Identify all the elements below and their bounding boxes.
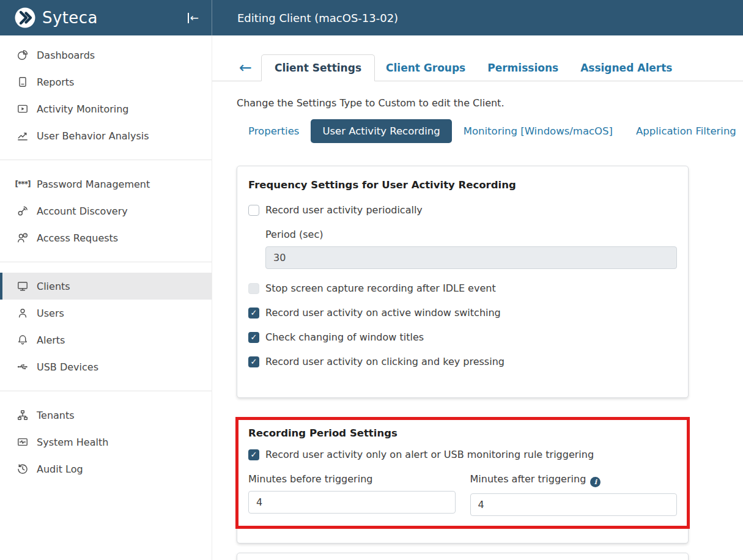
checkbox-label: Stop screen capture recording after IDLE… [265,282,496,294]
subtab-user-activity-recording[interactable]: User Activity Recording [311,119,451,143]
person-icon [17,307,29,319]
card-title: Frequency Settings for User Activity Rec… [248,179,677,191]
checkbox-label: Record user activity on active window sw… [265,307,501,319]
tab-bar: ← Client Settings Client Groups Permissi… [212,54,743,81]
syteca-logo-icon [15,7,35,28]
sidebar-item-label: Password Management [37,179,150,190]
sidebar-item-label: Reports [37,76,74,88]
sidebar-item-label: Audit Log [37,463,83,475]
checkbox-row-window-switching: Record user activity on active window sw… [248,307,677,319]
checkbox-row-alert-only-recording: Record user activity only on alert or US… [248,449,677,460]
monitor-pulse-icon [17,436,29,448]
brand[interactable]: Syteca [15,7,98,28]
info-icon[interactable]: i [590,477,601,487]
sidebar-item-label: Access Requests [37,232,118,244]
sidebar: Dashboards Reports Activity Monitoring U… [0,35,212,560]
checkbox-row-window-titles: Check changing of window titles [248,331,677,343]
sidebar-item-label: Users [37,308,64,319]
minutes-before-block: Minutes before triggering [248,473,456,516]
sidebar-item-label: Tenants [37,410,75,421]
tab-permissions[interactable]: Permissions [476,54,569,81]
checkbox-label: Record user activity only on alert or US… [265,449,594,460]
back-arrow-icon[interactable]: ← [239,60,252,75]
checkbox-label: Check changing of window titles [265,331,424,343]
sidebar-item-label: System Health [37,437,108,448]
brand-name: Syteca [42,9,98,27]
page-title: Editing Client (macOS-13-02) [212,0,398,35]
sidebar-item-system-health[interactable]: System Health [0,429,212,455]
period-field-block: Period (sec) [265,229,677,269]
sidebar-item-label: Clients [37,281,70,292]
main-content: ← Client Settings Client Groups Permissi… [212,35,743,560]
minutes-after-input[interactable] [470,493,678,516]
password-brackets-icon: [***] [17,178,29,190]
sidebar-item-label: USB Devices [37,361,98,373]
sidebar-item-reports[interactable]: Reports [0,68,212,95]
sub-tab-bar: Properties User Activity Recording Monit… [237,119,743,143]
frequency-settings-card: Frequency Settings for User Activity Rec… [237,166,689,398]
subtab-application-filtering[interactable]: Application Filtering [624,119,743,143]
collapse-sidebar-left-icon[interactable]: ← [188,13,199,23]
sidebar-item-activity-monitoring[interactable]: Activity Monitoring [0,95,212,122]
sidebar-item-label: Account Discovery [37,205,128,217]
report-file-icon [17,76,29,88]
key-signal-icon [17,205,29,217]
person-question-icon: ? [17,232,29,244]
window-titles-checkbox[interactable] [248,332,259,343]
checkbox-row-record-periodically: Record user activity periodically [248,204,677,216]
sidebar-item-user-behavior-analysis[interactable]: User Behavior Analysis [0,122,212,149]
usb-icon [17,361,29,373]
minutes-before-label: Minutes before triggering [248,473,456,485]
sidebar-header: Syteca ← [0,0,212,35]
recording-period-settings-card: Recording Period Settings Record user ac… [237,418,689,543]
sidebar-item-access-requests[interactable]: ? Access Requests [0,224,212,251]
sidebar-item-audit-log[interactable]: Audit Log [0,455,212,482]
subtab-properties[interactable]: Properties [237,119,311,143]
sidebar-item-users[interactable]: Users [0,300,212,326]
app-header: Syteca ← Editing Client (macOS-13-02) [0,0,743,35]
tab-assigned-alerts[interactable]: Assigned Alerts [569,54,683,81]
checkbox-label: Record user activity periodically [265,204,423,216]
checkbox-row-stop-idle: Stop screen capture recording after IDLE… [248,282,677,294]
window-switching-checkbox[interactable] [248,308,259,319]
sidebar-item-clients[interactable]: Clients [0,273,212,300]
sidebar-group-system: Tenants System Health Audit Log [0,391,212,493]
next-card-partial [237,553,689,560]
checkbox-row-click-keypress: Record user activity on clicking and key… [248,356,677,367]
sitemap-icon [17,409,29,421]
alert-only-recording-checkbox[interactable] [248,449,259,460]
minutes-after-block: Minutes after triggeringi [470,473,678,516]
sidebar-item-password-management[interactable]: [***] Password Management [0,171,212,197]
settings-type-notice: Change the Settings Type to Custom to ed… [237,97,743,109]
trend-chart-icon [17,130,29,142]
sidebar-item-label: Activity Monitoring [37,103,128,115]
sidebar-item-label: User Behavior Analysis [37,130,149,142]
record-periodically-checkbox[interactable] [248,205,259,216]
sidebar-item-dashboards[interactable]: Dashboards [0,42,212,68]
minutes-after-label-text: Minutes after triggering [470,473,586,485]
sidebar-group-access: [***] Password Management Account Discov… [0,160,212,262]
sidebar-item-label: Dashboards [37,50,95,61]
sidebar-item-alerts[interactable]: Alerts [0,326,212,353]
tab-client-settings[interactable]: Client Settings [261,54,375,81]
period-label: Period (sec) [265,229,677,240]
sidebar-item-account-discovery[interactable]: Account Discovery [0,197,212,224]
card-title: Recording Period Settings [248,427,677,439]
history-clock-icon [17,463,29,475]
checkbox-label: Record user activity on clicking and key… [265,356,505,367]
bell-icon [17,334,29,346]
subtab-monitoring[interactable]: Monitoring [Windows/macOS] [452,119,624,143]
tab-client-groups[interactable]: Client Groups [375,54,476,81]
minutes-fields-row: Minutes before triggering Minutes after … [248,473,677,516]
monitor-icon [17,280,29,292]
period-input [265,246,677,269]
sidebar-item-usb-devices[interactable]: USB Devices [0,353,212,380]
sidebar-item-tenants[interactable]: Tenants [0,402,212,429]
pie-chart-icon [17,49,29,61]
click-keypress-checkbox[interactable] [248,356,259,367]
sidebar-group-analytics: Dashboards Reports Activity Monitoring U… [0,35,212,160]
stop-idle-checkbox [248,283,259,294]
play-screen-icon [17,103,29,115]
minutes-before-input[interactable] [248,491,456,514]
sidebar-group-endpoints: Clients Users Alerts USB Devices [0,262,212,391]
